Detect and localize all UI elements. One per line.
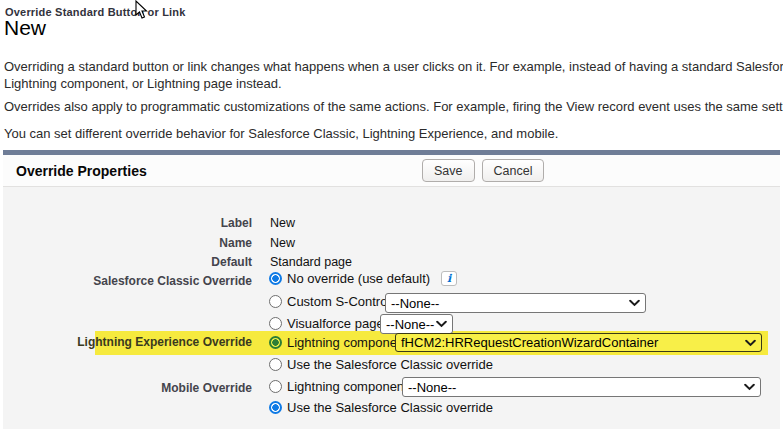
radio-lightning-component[interactable] [269,336,282,349]
field-lightning-override-label: Lightning Experience Override [3,335,252,349]
info-icon[interactable]: i [441,271,457,286]
radio-lightning-component-label: Lightning component [287,335,408,350]
page-title: New [4,16,46,40]
chevron-down-icon [745,339,756,346]
radio-visualforce-page[interactable] [269,317,282,330]
lightning-component-select[interactable]: fHCM2:HRRequestCreationWizardContainer [395,333,762,352]
radio-visualforce-page-label: Visualforce page [287,316,384,331]
radio-mobile-lightning-component[interactable] [269,380,282,393]
mobile-lightning-component-select[interactable]: --None-- [402,377,761,397]
lightning-component-select-value: fHCM2:HRRequestCreationWizardContainer [401,335,658,350]
field-label-value: New [270,216,295,230]
radio-lightning-use-classic[interactable] [269,358,282,371]
cancel-button[interactable]: Cancel [482,159,545,182]
radio-mobile-use-classic-label: Use the Salesforce Classic override [287,400,493,415]
radio-no-override-label: No override (use default) [287,271,430,286]
chevron-down-icon [436,321,447,328]
intro-paragraph-2: Overrides also apply to programmatic cus… [4,99,783,114]
field-mobile-override-label: Mobile Override [3,381,252,395]
save-button[interactable]: Save [422,159,475,182]
classic-no-override-option: No override (use default) i [269,271,457,286]
chevron-down-icon [629,300,640,307]
field-name-value: New [270,236,295,250]
visualforce-page-select-value: --None-- [386,317,434,332]
radio-no-override[interactable] [269,272,282,285]
field-label-label: Label [3,216,252,230]
visualforce-page-select[interactable]: --None-- [380,314,453,334]
setup-page: Override Standard Button or Link New Ove… [0,0,783,429]
chevron-down-icon [744,384,755,391]
panel-actions: Save Cancel [422,159,544,182]
field-default-value: Standard page [270,255,352,269]
mouse-cursor-icon [133,0,149,20]
field-name-label: Name [3,236,252,250]
intro-paragraph-1-line-2: Lightning component, or Lightning page i… [4,76,282,91]
mobile-lightning-component-option: Lightning component [269,379,408,394]
custom-s-control-select-value: --None-- [391,296,439,311]
classic-visualforce-option: Visualforce page [269,316,384,331]
radio-lightning-use-classic-label: Use the Salesforce Classic override [287,357,493,372]
intro-paragraph-1-line-1: Overriding a standard button or link cha… [4,59,783,74]
radio-custom-s-control-label: Custom S-Control [287,294,390,309]
classic-s-control-option: Custom S-Control [269,294,390,309]
mobile-use-classic-option: Use the Salesforce Classic override [269,400,493,415]
field-default-label: Default [3,255,252,269]
override-properties-panel: Override Properties Save Cancel Label Ne… [3,150,780,429]
panel-title: Override Properties [16,163,147,179]
panel-header: Override Properties Save Cancel [3,155,780,187]
mobile-lightning-component-select-value: --None-- [408,380,456,395]
radio-mobile-use-classic[interactable] [269,401,282,414]
custom-s-control-select[interactable]: --None-- [385,293,646,313]
radio-custom-s-control[interactable] [269,295,282,308]
lightning-use-classic-option: Use the Salesforce Classic override [269,357,493,372]
radio-mobile-lightning-component-label: Lightning component [287,379,408,394]
lightning-component-option: Lightning component [269,335,408,350]
field-classic-override-label: Salesforce Classic Override [3,274,252,288]
intro-paragraph-3: You can set different override behavior … [4,126,558,141]
